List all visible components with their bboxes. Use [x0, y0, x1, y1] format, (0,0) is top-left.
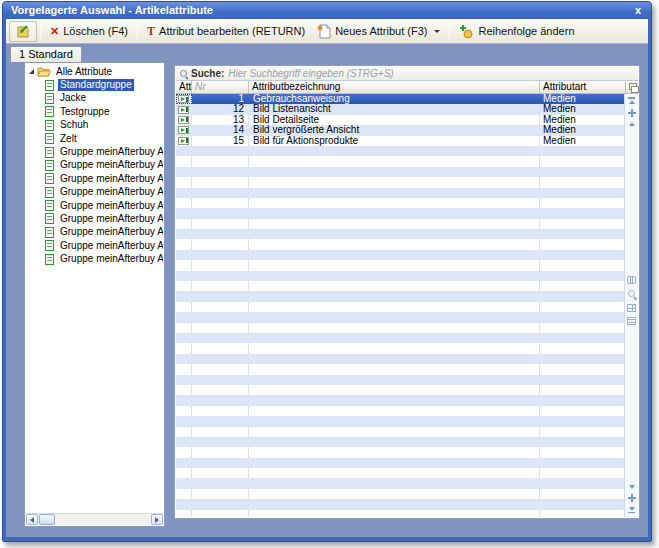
table-row-empty[interactable]: [176, 375, 624, 385]
attribute-type-cell: [176, 136, 192, 146]
media-attribute-icon: [178, 95, 189, 103]
table-row-empty[interactable]: [176, 416, 624, 426]
search-label: Suche:: [191, 68, 224, 79]
table-row-empty[interactable]: [176, 291, 624, 301]
table-row-empty[interactable]: [176, 250, 624, 260]
scroll-left-button[interactable]: [26, 514, 38, 525]
table-row-empty[interactable]: [176, 343, 624, 353]
attribute-group-icon: [45, 254, 54, 265]
table-row-empty[interactable]: [176, 468, 624, 478]
table-row-empty[interactable]: [176, 478, 624, 488]
table-row-empty[interactable]: [176, 188, 624, 198]
table-row-empty[interactable]: [176, 271, 624, 281]
tree-item[interactable]: Testgruppe: [26, 105, 163, 118]
tree-item[interactable]: Zelt: [26, 132, 163, 145]
tree-root-alle-attribute[interactable]: Alle Attribute: [26, 65, 163, 78]
scroll-to-top-icon[interactable]: [628, 97, 635, 104]
table-row-empty[interactable]: [176, 312, 624, 322]
table-row[interactable]: 15 Bild für Aktionsprodukte Medien: [176, 136, 624, 146]
table-row-empty[interactable]: [176, 323, 624, 333]
scrollbar-track[interactable]: [55, 514, 151, 525]
table-row-empty[interactable]: [176, 510, 624, 517]
dropdown-arrow-icon[interactable]: [434, 30, 440, 33]
tree-item[interactable]: Gruppe meinAfterbuy ART00078: [26, 199, 163, 212]
table-row-empty[interactable]: [176, 354, 624, 364]
nav-plus-icon[interactable]: [628, 109, 636, 117]
tree-item[interactable]: Standardgruppe: [26, 78, 163, 91]
tree-item[interactable]: Gruppe meinAfterbuy ART00081: [26, 239, 163, 252]
table-row-empty[interactable]: [176, 333, 624, 343]
table-row-empty[interactable]: [176, 302, 624, 312]
table-row-empty[interactable]: [176, 260, 624, 270]
tree-item[interactable]: Gruppe meinAfterbuy ART00079: [26, 212, 163, 225]
table-row-empty[interactable]: [176, 437, 624, 447]
column-header-att[interactable]: Att: [176, 81, 192, 93]
tree-item[interactable]: Gruppe meinAfterbuy ART00075: [26, 172, 163, 185]
column-header-attributbezeichnung[interactable]: Attributbezeichnung: [249, 81, 540, 93]
table-row-empty[interactable]: [176, 385, 624, 395]
table-row-empty[interactable]: [176, 177, 624, 187]
table-row-empty[interactable]: [176, 281, 624, 291]
scroll-right-button[interactable]: [151, 514, 163, 525]
tree-item[interactable]: Gruppe meinAfterbuy ART00073: [26, 145, 163, 158]
column-header-nr[interactable]: Nr: [192, 81, 249, 93]
toolbar-separator: [449, 23, 450, 40]
attribute-art-cell: Medien: [540, 94, 624, 104]
table-row-empty[interactable]: [176, 219, 624, 229]
tab-standard[interactable]: 1 Standard: [10, 46, 82, 62]
title-bar: Vorgelagerte Auswahl - Artikelattribute …: [3, 2, 651, 19]
apply-button[interactable]: [9, 21, 37, 42]
table-row-empty[interactable]: [176, 406, 624, 416]
table-row[interactable]: 1 Gebrauchsanweisung Medien: [176, 94, 624, 104]
delete-button[interactable]: ✕ Löschen (F4): [44, 21, 134, 42]
table-row-empty[interactable]: [176, 395, 624, 405]
attribute-art-cell: Medien: [540, 136, 624, 146]
edit-attribute-button[interactable]: T Attribut bearbeiten (RETURN): [141, 21, 311, 42]
close-icon[interactable]: x: [635, 2, 641, 18]
table-row-empty[interactable]: [176, 146, 624, 156]
tree-item[interactable]: Gruppe meinAfterbuy ART00080: [26, 226, 163, 239]
tree-item[interactable]: Schuh: [26, 119, 163, 132]
table-row[interactable]: 14 Bild vergrößerte Ansicht Medien: [176, 125, 624, 135]
table-row-empty[interactable]: [176, 447, 624, 457]
new-attribute-button[interactable]: Neues Attribut (F3): [311, 21, 446, 42]
scroll-to-bottom-icon[interactable]: [628, 507, 635, 514]
table-row-empty[interactable]: [176, 229, 624, 239]
table-row-empty[interactable]: [176, 156, 624, 166]
table-row-empty[interactable]: [176, 499, 624, 509]
tree-item[interactable]: Gruppe meinAfterbuy ART00076: [26, 186, 163, 199]
tree-item-label: Schuh: [58, 119, 90, 131]
column-chooser-button[interactable]: [626, 81, 640, 93]
nav-plus-bottom-icon[interactable]: [628, 494, 636, 502]
table-row-empty[interactable]: [176, 364, 624, 374]
row-list-icon[interactable]: [627, 317, 636, 325]
tree-item-label: Zelt: [58, 133, 79, 145]
table-row[interactable]: 13 Bild Detailseite Medien: [176, 115, 624, 125]
table-row[interactable]: 12 Bild Listenansicht Medien: [176, 104, 624, 114]
table-row-empty[interactable]: [176, 427, 624, 437]
tree-item[interactable]: Gruppe meinAfterbuy ART00074: [26, 159, 163, 172]
reorder-button[interactable]: Reihenfolge ändern: [453, 21, 580, 42]
table-view-icon[interactable]: [627, 304, 636, 312]
tree: Alle Attribute Standardgruppe Jacke Test…: [26, 64, 163, 513]
attribute-nr-cell: 14: [192, 125, 249, 135]
attribute-art-cell: Medien: [540, 115, 624, 125]
search-input[interactable]: Suche: Hier Suchbegriff eingeben (STRG+S…: [176, 67, 638, 81]
tree-item[interactable]: Jacke: [26, 92, 163, 105]
table-row-empty[interactable]: [176, 489, 624, 499]
table-row-empty[interactable]: [176, 167, 624, 177]
tree-item[interactable]: Gruppe meinAfterbuy ART00082: [26, 252, 163, 265]
column-header-attributart[interactable]: Attributart: [540, 81, 626, 93]
columns-icon[interactable]: [627, 276, 636, 284]
scrollbar-thumb[interactable]: [39, 514, 55, 525]
search-rows-icon[interactable]: [627, 289, 637, 299]
table-row-empty[interactable]: [176, 198, 624, 208]
scroll-up-icon[interactable]: [629, 122, 635, 126]
table-row-empty[interactable]: [176, 458, 624, 468]
scroll-down-icon[interactable]: [629, 485, 635, 489]
expander-icon[interactable]: [29, 69, 34, 74]
table-row-empty[interactable]: [176, 239, 624, 249]
table-row-empty[interactable]: [176, 208, 624, 218]
tree-horizontal-scrollbar[interactable]: [26, 513, 163, 525]
attribute-name-cell: Bild Listenansicht: [249, 104, 540, 114]
